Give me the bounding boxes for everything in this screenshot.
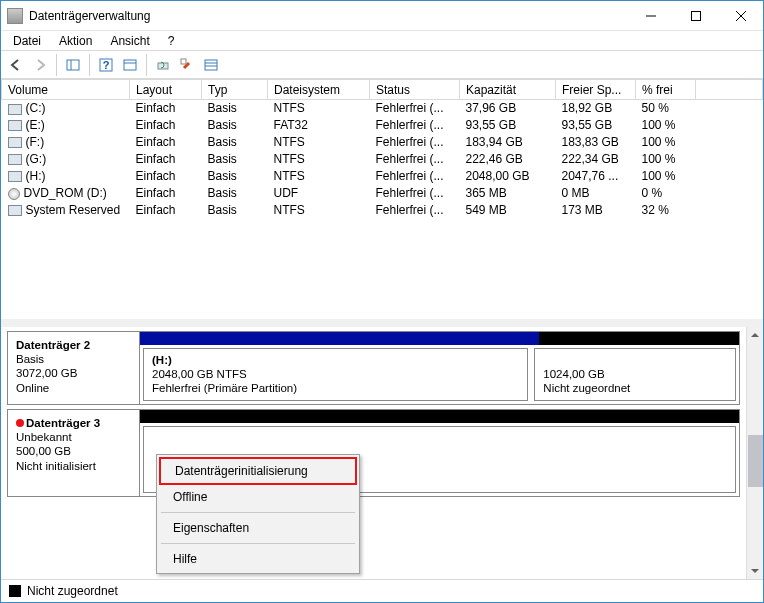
settings-button[interactable] <box>176 54 198 76</box>
disk-state: Nicht initialisiert <box>16 459 131 473</box>
menu-file[interactable]: Datei <box>5 33 49 49</box>
cell-type: Basis <box>202 117 268 134</box>
refresh-button[interactable] <box>152 54 174 76</box>
disk-size: 3072,00 GB <box>16 366 131 380</box>
table-header-row: Volume Layout Typ Dateisystem Status Kap… <box>2 80 763 100</box>
scroll-up-button[interactable] <box>747 327 762 344</box>
cell-filesystem: NTFS <box>268 202 370 219</box>
cell-volume: (F:) <box>26 135 45 149</box>
cell-layout: Einfach <box>130 202 202 219</box>
drive-icon <box>8 104 22 115</box>
cell-free: 2047,76 ... <box>556 168 636 185</box>
svg-rect-1 <box>691 11 700 20</box>
scroll-thumb[interactable] <box>748 435 763 487</box>
disc-icon <box>8 188 20 200</box>
show-hide-tree-button[interactable] <box>62 54 84 76</box>
disk-row-3[interactable]: Datenträger 3 Unbekannt 500,00 GB Nicht … <box>7 409 740 497</box>
legend-swatch-unallocated <box>9 585 21 597</box>
menu-view[interactable]: Ansicht <box>102 33 157 49</box>
legend-label-unallocated: Nicht zugeordnet <box>27 584 118 598</box>
svg-text:?: ? <box>103 59 110 71</box>
menu-help[interactable]: ? <box>160 33 183 49</box>
forward-button[interactable] <box>29 54 51 76</box>
svg-rect-10 <box>158 63 168 69</box>
toolbar: ? <box>1 51 763 79</box>
cell-capacity: 37,96 GB <box>460 100 556 117</box>
cell-status: Fehlerfrei (... <box>370 185 460 202</box>
drive-icon <box>8 205 22 216</box>
ctx-initialize-disk[interactable]: Datenträgerinitialisierung <box>159 457 357 485</box>
disk-state: Online <box>16 381 131 395</box>
close-button[interactable] <box>718 1 763 30</box>
col-spacer <box>696 80 763 100</box>
cell-capacity: 93,55 GB <box>460 117 556 134</box>
col-volume[interactable]: Volume <box>2 80 130 100</box>
col-free[interactable]: Freier Sp... <box>556 80 636 100</box>
properties-button[interactable] <box>119 54 141 76</box>
menu-bar: Datei Aktion Ansicht ? <box>1 31 763 51</box>
partition-bar-primary <box>140 332 539 345</box>
ctx-separator <box>161 512 355 513</box>
legend: Nicht zugeordnet <box>1 579 763 602</box>
col-type[interactable]: Typ <box>202 80 268 100</box>
ctx-offline[interactable]: Offline <box>159 485 357 509</box>
col-filesystem[interactable]: Dateisystem <box>268 80 370 100</box>
col-capacity[interactable]: Kapazität <box>460 80 556 100</box>
table-row[interactable]: (E:)EinfachBasisFAT32Fehlerfrei (...93,5… <box>2 117 763 134</box>
cell-capacity: 222,46 GB <box>460 151 556 168</box>
cell-free: 93,55 GB <box>556 117 636 134</box>
col-status[interactable]: Status <box>370 80 460 100</box>
scroll-down-button[interactable] <box>747 562 762 579</box>
cell-status: Fehlerfrei (... <box>370 100 460 117</box>
minimize-button[interactable] <box>628 1 673 30</box>
svg-rect-4 <box>67 60 79 70</box>
disk-name: Datenträger 2 <box>16 338 131 352</box>
maximize-button[interactable] <box>673 1 718 30</box>
col-pct[interactable]: % frei <box>636 80 696 100</box>
cell-type: Basis <box>202 151 268 168</box>
col-layout[interactable]: Layout <box>130 80 202 100</box>
cell-status: Fehlerfrei (... <box>370 151 460 168</box>
ctx-properties[interactable]: Eigenschaften <box>159 516 357 540</box>
partition-name: (H:) <box>152 353 519 367</box>
cell-type: Basis <box>202 100 268 117</box>
table-row[interactable]: (F:)EinfachBasisNTFSFehlerfrei (...183,9… <box>2 134 763 151</box>
vertical-scrollbar[interactable] <box>746 327 763 580</box>
cell-pct: 0 % <box>636 185 696 202</box>
partition-h[interactable]: (H:) 2048,00 GB NTFS Fehlerfrei (Primäre… <box>143 348 528 401</box>
partition-size: 1024,00 GB <box>543 367 727 381</box>
title-bar: Datenträgerverwaltung <box>1 1 763 31</box>
disk-info: Datenträger 2 Basis 3072,00 GB Online <box>8 332 140 404</box>
cell-layout: Einfach <box>130 117 202 134</box>
app-icon <box>7 8 23 24</box>
table-row[interactable]: (G:)EinfachBasisNTFSFehlerfrei (...222,4… <box>2 151 763 168</box>
cell-pct: 100 % <box>636 117 696 134</box>
ctx-help[interactable]: Hilfe <box>159 547 357 571</box>
partition-unallocated[interactable]: 1024,00 GB Nicht zugeordnet <box>534 348 736 401</box>
back-button[interactable] <box>5 54 27 76</box>
cell-filesystem: FAT32 <box>268 117 370 134</box>
cell-capacity: 365 MB <box>460 185 556 202</box>
cell-layout: Einfach <box>130 100 202 117</box>
toolbar-separator <box>56 54 57 76</box>
list-view-button[interactable] <box>200 54 222 76</box>
cell-layout: Einfach <box>130 168 202 185</box>
cell-volume: (C:) <box>26 101 46 115</box>
table-row[interactable]: (H:)EinfachBasisNTFSFehlerfrei (...2048,… <box>2 168 763 185</box>
table-row[interactable]: System ReservedEinfachBasisNTFSFehlerfre… <box>2 202 763 219</box>
drive-icon <box>8 171 22 182</box>
cell-volume: System Reserved <box>26 203 121 217</box>
volume-list: Volume Layout Typ Dateisystem Status Kap… <box>1 79 763 323</box>
cell-status: Fehlerfrei (... <box>370 134 460 151</box>
disk-row-2[interactable]: Datenträger 2 Basis 3072,00 GB Online (H… <box>7 331 740 405</box>
cell-pct: 32 % <box>636 202 696 219</box>
cell-status: Fehlerfrei (... <box>370 168 460 185</box>
help-button[interactable]: ? <box>95 54 117 76</box>
cell-filesystem: NTFS <box>268 134 370 151</box>
drive-icon <box>8 120 22 131</box>
cell-layout: Einfach <box>130 134 202 151</box>
table-row[interactable]: DVD_ROM (D:)EinfachBasisUDFFehlerfrei (.… <box>2 185 763 202</box>
disk-info: Datenträger 3 Unbekannt 500,00 GB Nicht … <box>8 410 140 496</box>
table-row[interactable]: (C:)EinfachBasisNTFSFehlerfrei (...37,96… <box>2 100 763 117</box>
menu-action[interactable]: Aktion <box>51 33 100 49</box>
